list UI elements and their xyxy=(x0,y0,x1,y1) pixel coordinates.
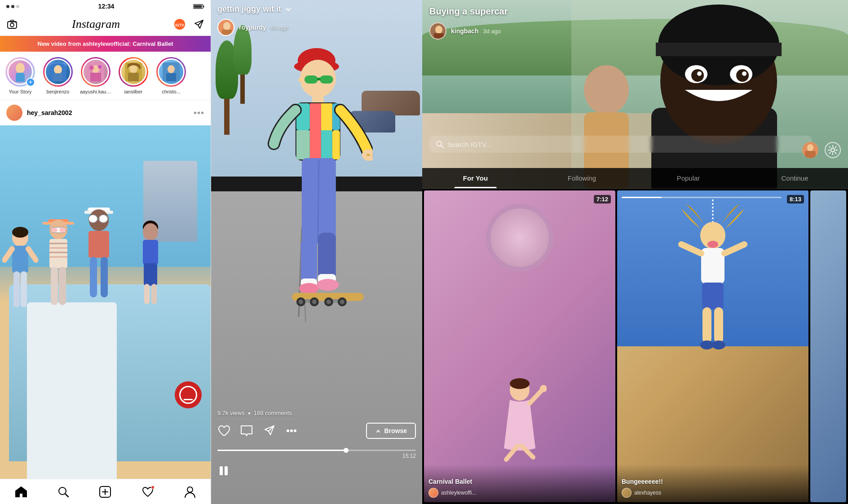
browse-button[interactable]: Browse xyxy=(366,423,416,439)
igtv-hero-avatar[interactable] xyxy=(429,22,446,40)
video-username: roypurdy xyxy=(239,24,266,31)
svg-rect-87 xyxy=(301,238,317,283)
svg-point-101 xyxy=(312,300,317,304)
igtv-card-3[interactable] xyxy=(810,190,846,502)
igtv-search-placeholder: Search IGTV... xyxy=(447,141,491,148)
svg-rect-143 xyxy=(701,248,724,284)
tab-for-you[interactable]: For You xyxy=(422,168,529,188)
tab-continue[interactable]: Continue xyxy=(742,168,848,188)
svg-line-29 xyxy=(28,249,36,260)
nav-search[interactable] xyxy=(58,486,69,497)
svg-rect-59 xyxy=(151,284,157,304)
svg-rect-24 xyxy=(166,73,176,81)
svg-point-9 xyxy=(16,63,25,74)
story-item-3[interactable]: iansilber xyxy=(118,57,149,94)
igtv-panel: Buying a supercar kingbach 3d ago Search… xyxy=(422,0,848,504)
hero-person-svg xyxy=(571,0,848,189)
comment-button[interactable] xyxy=(240,424,253,438)
svg-point-17 xyxy=(89,66,94,70)
video-title: gettin jiggy wit it xyxy=(217,4,281,14)
svg-point-139 xyxy=(510,378,530,389)
svg-point-72 xyxy=(298,78,302,82)
svg-rect-57 xyxy=(144,263,157,286)
story-item-1[interactable]: benjirenzo xyxy=(42,57,74,94)
stories-container: + Your Story benjirenzo xyxy=(0,52,211,100)
post-header: hey_sarah2002 ••• xyxy=(0,100,211,125)
igtv-hero-header: Buying a supercar xyxy=(422,0,848,23)
nav-heart[interactable] xyxy=(142,486,154,497)
tab-popular[interactable]: Popular xyxy=(635,168,742,188)
svg-rect-106 xyxy=(222,30,232,36)
settings-gear-icon xyxy=(828,145,838,155)
svg-point-122 xyxy=(742,71,746,76)
person-figure-1 xyxy=(2,224,38,314)
igtv-hero[interactable]: Buying a supercar kingbach 3d ago Search… xyxy=(422,0,848,189)
svg-rect-53 xyxy=(101,257,108,297)
svg-rect-127 xyxy=(434,33,444,40)
video-duration: 15:12 xyxy=(217,453,416,459)
svg-point-133 xyxy=(831,148,835,152)
card1-duration: 7:12 xyxy=(594,195,611,203)
igtv-card-1[interactable]: 7:12 Carnival Ballet ashleylewoffi... xyxy=(424,190,615,502)
nav-add[interactable] xyxy=(99,486,111,498)
status-bar: 12:34 xyxy=(0,0,211,13)
skater-figure xyxy=(265,36,373,341)
video-progress-bar[interactable] xyxy=(217,450,416,451)
igtv-icon-svg: IGTV xyxy=(174,18,186,31)
person-figure-2 xyxy=(38,214,79,308)
svg-point-23 xyxy=(168,65,175,73)
svg-rect-1 xyxy=(203,5,204,7)
story-item-2[interactable]: aayushi.kaushik xyxy=(80,57,111,94)
svg-point-4 xyxy=(10,23,14,27)
igtv-icon[interactable]: IGTV xyxy=(174,18,186,30)
card1-channel-name: ashleylewoffi... xyxy=(441,490,477,496)
igtv-title-wrapper: Buying a supercar xyxy=(429,6,841,17)
video-user-avatar[interactable] xyxy=(217,19,234,36)
nav-home[interactable] xyxy=(15,486,27,497)
notification-banner[interactable]: New video from ashleylewofficial: Carniv… xyxy=(0,36,211,52)
camera-icon[interactable] xyxy=(6,18,18,30)
nav-profile[interactable] xyxy=(185,486,195,498)
add-story-button[interactable]: + xyxy=(26,78,35,87)
igtv-card-2[interactable]: 8:13 Bungeeeeee!! alexhayess xyxy=(617,190,808,502)
heart-action-icon xyxy=(218,425,230,437)
pause-button[interactable] xyxy=(217,464,230,477)
igtv-settings-button[interactable] xyxy=(825,142,841,158)
svg-rect-31 xyxy=(21,271,27,307)
dropdown-icon[interactable] xyxy=(285,6,292,13)
svg-rect-84 xyxy=(367,154,370,156)
story-item-your[interactable]: + Your Story xyxy=(4,57,36,94)
share-button[interactable] xyxy=(262,424,276,438)
skater-svg xyxy=(265,36,373,341)
svg-rect-13 xyxy=(53,73,63,81)
igtv-hero-user-row: kingbach 3d ago xyxy=(429,22,501,40)
video-progress-container[interactable]: 15:12 xyxy=(211,450,422,459)
story-item-4[interactable]: christo... xyxy=(155,57,187,94)
igtv-hero-username: kingbach xyxy=(451,27,478,35)
svg-point-55 xyxy=(143,223,158,240)
igtv-profile-avatar[interactable] xyxy=(802,142,818,158)
igtv-video-grid: 7:12 Carnival Ballet ashleylewoffi... xyxy=(422,189,848,504)
post-image-container[interactable] xyxy=(0,125,211,479)
status-time: 12:34 xyxy=(98,3,115,10)
instagram-logo: Instagram xyxy=(72,18,120,31)
direct-icon[interactable] xyxy=(193,18,204,30)
story-your-avatar-face xyxy=(11,62,29,82)
story-label-3: iansilber xyxy=(124,89,143,94)
svg-line-86 xyxy=(318,161,319,243)
svg-point-102 xyxy=(327,300,331,304)
svg-point-142 xyxy=(707,241,718,248)
igtv-search-bar[interactable]: Search IGTV... xyxy=(429,136,812,153)
svg-rect-80 xyxy=(310,130,321,159)
like-button[interactable] xyxy=(217,424,231,438)
svg-rect-77 xyxy=(321,103,332,130)
post-user-avatar[interactable] xyxy=(6,105,22,121)
svg-point-60 xyxy=(59,487,66,495)
post-more-button[interactable]: ••• xyxy=(194,108,204,118)
notification-link: Carnival Ballet xyxy=(132,40,173,47)
tab-following[interactable]: Following xyxy=(529,168,635,188)
more-options-button[interactable] xyxy=(285,424,298,438)
bottom-navigation xyxy=(0,479,211,504)
post-username: hey_sarah2002 xyxy=(27,109,189,116)
video-progress-dot xyxy=(344,448,349,453)
